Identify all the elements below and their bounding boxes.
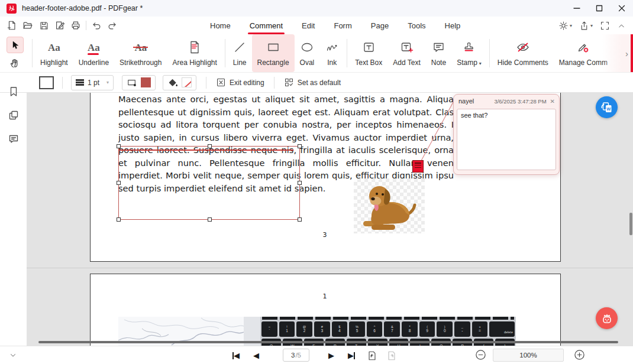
- resize-handle-n[interactable]: [208, 144, 212, 148]
- tab-page[interactable]: Page: [369, 17, 390, 34]
- select-tool-button[interactable]: [7, 37, 24, 53]
- toolbar-separator: [225, 39, 225, 67]
- line-width-select[interactable]: 1 pt ▾: [71, 75, 114, 90]
- sticky-note-annotation[interactable]: [412, 160, 424, 173]
- thumbnails-panel-button[interactable]: [8, 109, 20, 121]
- new-file-button[interactable]: [6, 20, 18, 31]
- comment-text-area[interactable]: see that?: [457, 109, 556, 170]
- stamp-caret-icon: ▾: [479, 61, 482, 66]
- set-as-default-button[interactable]: Set as default: [284, 77, 341, 87]
- resize-handle-e[interactable]: [298, 181, 302, 185]
- highlight-icon: Aa: [48, 38, 60, 57]
- ai-assistant-button[interactable]: [596, 307, 618, 329]
- zoom-level-indicator[interactable]: 100%: [493, 349, 564, 362]
- previous-page-button[interactable]: ◀: [253, 346, 259, 364]
- toolbar-separator: [32, 39, 33, 67]
- keyboard-key: )0: [437, 321, 453, 337]
- resize-handle-ne[interactable]: [298, 144, 302, 148]
- stamp-tool[interactable]: Stamp▾: [451, 34, 487, 72]
- resize-handle-se[interactable]: [298, 217, 302, 222]
- collapse-statusbar-button[interactable]: [7, 349, 19, 361]
- strikethrough-tool[interactable]: Aa Strikethrough: [114, 34, 167, 72]
- redo-button[interactable]: [106, 20, 118, 31]
- props-separator: [62, 77, 63, 89]
- fill-color-picker[interactable]: [163, 75, 196, 90]
- close-button[interactable]: [611, 0, 633, 17]
- print-button[interactable]: [70, 20, 82, 31]
- area-highlight-icon: [188, 38, 201, 57]
- comment-close-icon[interactable]: ✕: [550, 98, 555, 105]
- window-title: header-footer-adobe.pdf - PDFgear *: [22, 4, 143, 12]
- hide-comments-tool[interactable]: Hide Comments: [492, 34, 554, 72]
- save-as-button[interactable]: [54, 20, 66, 31]
- page-indicator[interactable]: 3/5: [283, 349, 309, 362]
- shape-preview-swatch[interactable]: [39, 76, 54, 89]
- tab-help[interactable]: Help: [443, 17, 463, 34]
- collapse-ribbon-button[interactable]: [617, 21, 626, 30]
- resize-handle-sw[interactable]: [117, 217, 121, 222]
- ink-icon: [325, 38, 339, 57]
- open-file-button[interactable]: [22, 20, 34, 31]
- share-button[interactable]: ▾: [579, 21, 593, 31]
- text-box-tool[interactable]: Text Box: [350, 34, 387, 72]
- horizontal-scrollbar[interactable]: [38, 341, 618, 343]
- dog-image: [354, 178, 425, 233]
- oval-tool[interactable]: Oval: [295, 34, 320, 72]
- last-page-button[interactable]: ▶: [348, 346, 355, 364]
- hand-tool-button[interactable]: [8, 56, 22, 70]
- maximize-button[interactable]: [588, 0, 611, 17]
- area-highlight-tool[interactable]: Area Highlight: [167, 34, 222, 72]
- first-page-button[interactable]: ◀: [232, 346, 240, 364]
- toolbar-separator: [347, 39, 347, 67]
- vertical-scrollbar[interactable]: [629, 213, 632, 235]
- keyboard-key: #3: [314, 321, 330, 337]
- keyboard-key: ~`: [261, 321, 277, 337]
- menu-bar: Home Comment Edit Form Page Tools Help ▾…: [0, 17, 633, 34]
- keyboard-key: *8: [402, 321, 418, 337]
- undo-button[interactable]: [91, 20, 102, 31]
- rectangle-tool[interactable]: Rectangle: [252, 34, 295, 72]
- resize-handle-w[interactable]: [117, 181, 121, 185]
- page-gap: [27, 268, 633, 268]
- comment-popup[interactable]: nayel 3/6/2025 3:47:28 PM ✕ see that?: [453, 94, 560, 175]
- comments-panel-button[interactable]: [8, 133, 20, 145]
- toolbar-overflow[interactable]: ›: [602, 34, 631, 72]
- highlight-tool[interactable]: Aa Highlight: [35, 34, 73, 72]
- document-viewport[interactable]: Maecenas ante orci, egestas ut aliquet s…: [27, 93, 633, 346]
- tab-form[interactable]: Form: [332, 17, 353, 34]
- note-tool[interactable]: Note: [426, 34, 451, 72]
- oval-icon: [300, 38, 314, 57]
- previous-view-button[interactable]: [367, 346, 377, 364]
- zoom-out-button[interactable]: [475, 349, 487, 361]
- page-number: 1: [316, 292, 334, 300]
- next-view-button[interactable]: [386, 346, 397, 364]
- tab-home[interactable]: Home: [208, 17, 232, 34]
- resize-handle-s[interactable]: [208, 217, 212, 222]
- resize-handle-nw[interactable]: [117, 144, 121, 148]
- tab-edit[interactable]: Edit: [300, 17, 316, 34]
- save-button[interactable]: [38, 20, 50, 31]
- rectangle-annotation[interactable]: [118, 146, 300, 220]
- line-tool[interactable]: Line: [228, 34, 252, 72]
- toolbar-overflow-chevron-icon[interactable]: ›: [625, 48, 631, 58]
- next-page-button[interactable]: ▶: [328, 346, 334, 364]
- tab-tools[interactable]: Tools: [406, 17, 427, 34]
- minimize-button[interactable]: [566, 0, 588, 17]
- exit-editing-button[interactable]: Exit editing: [216, 77, 264, 87]
- zoom-in-button[interactable]: [574, 349, 586, 361]
- border-color-picker[interactable]: [122, 75, 156, 90]
- props-separator: [206, 77, 206, 89]
- bookmarks-panel-button[interactable]: [8, 86, 20, 98]
- text-line: sociosqu ad litora torquent per conubia …: [118, 118, 454, 131]
- pdf-to-word-button[interactable]: W: [596, 96, 618, 118]
- manage-comments-icon: [576, 38, 590, 57]
- underline-icon: Aa: [88, 38, 100, 57]
- ink-tool[interactable]: Ink: [319, 34, 344, 72]
- add-text-tool[interactable]: Add Text: [387, 34, 425, 72]
- fullscreen-button[interactable]: [600, 21, 610, 31]
- title-bar: header-footer-adobe.pdf - PDFgear *: [0, 0, 633, 17]
- theme-button[interactable]: ▾: [558, 21, 572, 31]
- tab-comment[interactable]: Comment: [248, 17, 285, 34]
- underline-tool[interactable]: Aa Underline: [73, 34, 114, 72]
- text-line: Maecenas ante orci, egestas ut aliquet s…: [118, 93, 454, 106]
